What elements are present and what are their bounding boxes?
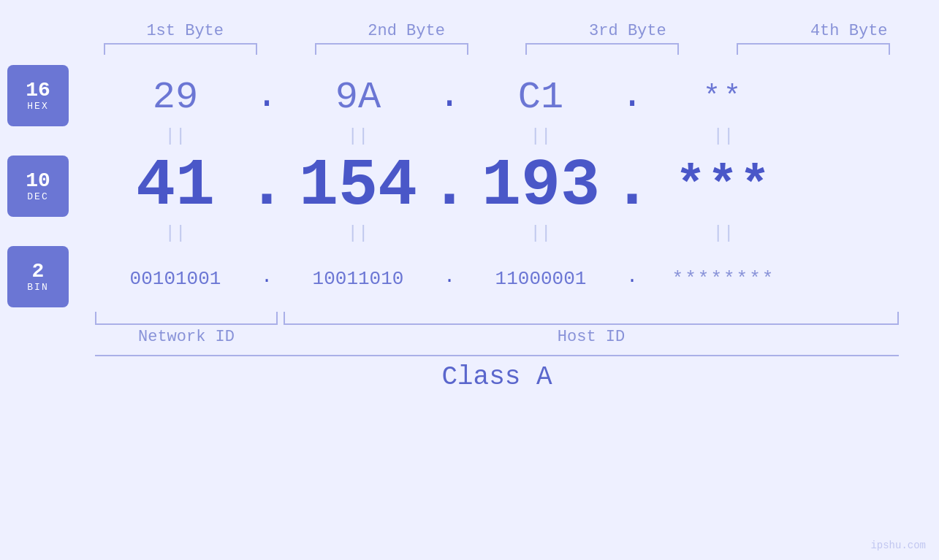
dec-dot-1: .	[256, 149, 278, 223]
host-bracket	[284, 312, 899, 325]
bin-dot-1: .	[256, 266, 278, 288]
watermark: ipshu.com	[870, 540, 926, 551]
hex-byte-4: **	[643, 74, 804, 118]
bin-dot-3: .	[621, 266, 643, 288]
eq-6: ||	[278, 223, 438, 243]
top-bracket-3	[525, 43, 679, 55]
hex-byte-1: 29	[95, 69, 256, 123]
eq-4: ||	[643, 126, 804, 146]
eq-3: ||	[460, 126, 621, 146]
eq-7: ||	[460, 223, 621, 243]
dec-byte-1: 41	[95, 149, 256, 223]
dec-byte-4: ***	[643, 158, 804, 215]
dec-byte-3: 193	[460, 149, 621, 223]
bin-dot-2: .	[438, 266, 460, 288]
byte-header-2: 2nd Byte	[326, 22, 487, 40]
dec-badge: 10 DEC	[7, 156, 69, 217]
bin-byte-3: 11000001	[460, 261, 621, 294]
eq-5: ||	[95, 223, 256, 243]
hex-badge: 16 HEX	[7, 65, 69, 126]
byte-header-3: 3rd Byte	[547, 22, 708, 40]
eq-8: ||	[643, 223, 804, 243]
bin-badge: 2 BIN	[7, 246, 69, 307]
eq-2: ||	[278, 126, 438, 146]
byte-header-4: 4th Byte	[769, 22, 930, 40]
hex-byte-3: C1	[460, 69, 621, 123]
bin-byte-2: 10011010	[278, 261, 438, 294]
bin-byte-4: ********	[643, 261, 804, 294]
network-bracket	[95, 312, 278, 325]
hex-byte-2: 9A	[278, 69, 438, 123]
host-id-label: Host ID	[284, 328, 899, 346]
byte-header-1: 1st Byte	[104, 22, 265, 40]
bin-byte-1: 00101001	[95, 261, 256, 294]
dec-dot-3: .	[621, 149, 643, 223]
hex-dot-3: .	[621, 74, 643, 118]
top-bracket-1	[104, 43, 257, 55]
top-bracket-4	[737, 43, 890, 55]
network-id-label: Network ID	[95, 328, 278, 346]
eq-1: ||	[95, 126, 256, 146]
class-label: Class A	[95, 356, 899, 398]
hex-dot-1: .	[256, 74, 278, 118]
top-bracket-2	[315, 43, 468, 55]
hex-dot-2: .	[438, 74, 460, 118]
dec-byte-2: 154	[278, 149, 438, 223]
dec-dot-2: .	[438, 149, 460, 223]
